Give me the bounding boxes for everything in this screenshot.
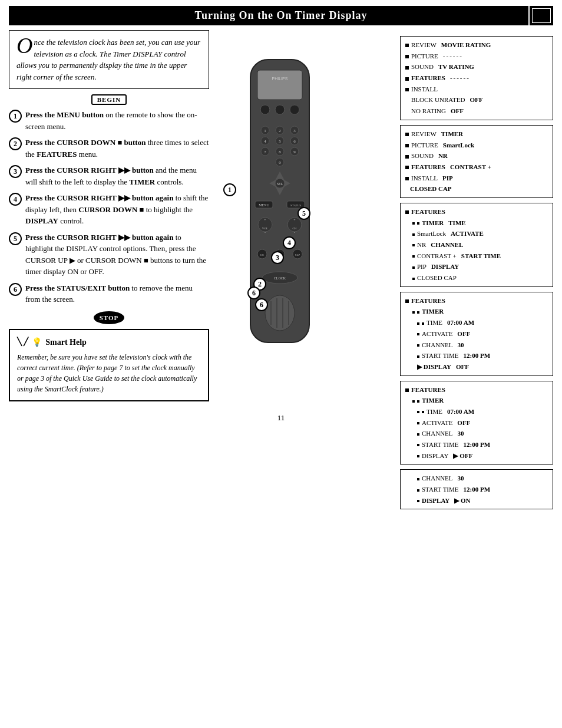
svg-text:8: 8 [279, 150, 281, 154]
step-2-num: 2 [9, 137, 22, 150]
svg-point-52 [265, 295, 295, 331]
svg-text:0: 0 [279, 160, 281, 165]
page-header: Turning On the On Timer Display [9, 6, 553, 25]
menu1-row6: BLOCK UNRATED OFF [405, 94, 548, 106]
menu2-val4: CONTRAST + [450, 162, 491, 173]
menu2-val2: SmartLock [443, 140, 474, 151]
step-2-text: Press the CURSOR DOWN ■ button three tim… [25, 137, 209, 160]
menu1-row7: NO RATING OFF [405, 106, 548, 117]
step-5-num: 5 [9, 232, 22, 245]
remote-step-6b: 6 [255, 298, 268, 311]
menu6-row3: DISPLAY ▶ ON [405, 495, 548, 506]
menu6-v1: 30 [458, 473, 464, 484]
main-layout: O nce the television clock has been set,… [9, 25, 553, 401]
menu1-row4: FEATURES ------ [405, 73, 548, 84]
menu6-b3: DISPLAY [417, 495, 449, 506]
menu5-row3: CHANNEL 30 [405, 428, 548, 439]
step-4-num: 4 [9, 193, 22, 206]
menu1-col1-6: BLOCK UNRATED [405, 94, 465, 106]
menu1-val2: ------ [443, 51, 463, 62]
remote-step-3: 3 [271, 251, 284, 264]
step-1: 1 Press the MENU button on the remote to… [9, 109, 209, 132]
svg-text:-: - [265, 230, 266, 234]
menu4-v2: OFF [457, 328, 470, 340]
menu5-header: FEATURES [405, 384, 548, 396]
steps-list: 1 Press the MENU button on the remote to… [9, 109, 209, 305]
menu2-val6: CLOSED CAP [410, 183, 452, 195]
page-title: Turning On the On Timer Display [195, 9, 368, 21]
svg-text:CLOCK: CLOCK [274, 276, 286, 280]
menu3-v2: ACTIVATE [451, 228, 484, 239]
menu1-row5: INSTALL [405, 84, 548, 95]
remote-step-4: 4 [283, 236, 296, 249]
bulb-icon: 💡 [32, 336, 42, 348]
right-column: 1 2 3 4 5 6 6 PHILIPS [215, 25, 553, 401]
menu3-row4: CONTRAST + START TIME [405, 251, 548, 262]
menu4-b3: CHANNEL [417, 340, 453, 351]
menu1-val7: OFF [451, 106, 464, 117]
page-wrapper: Turning On the On Timer Display O nce th… [0, 6, 562, 429]
step-5: 5 Press the CURSOR RIGHT ▶▶ button again… [9, 232, 209, 278]
menu-screen-2: REVIEW TIMER PICTURE SmartLock SOUND NR [400, 125, 553, 198]
menu4-row1: TIME 07:00 AM [405, 317, 548, 328]
menu5-subheader: TIMER [405, 395, 548, 406]
stop-label: STOP [94, 311, 125, 324]
menu5-b3: CHANNEL [417, 428, 453, 439]
menu2-val3: NR [438, 150, 448, 162]
menu2-bullet4: FEATURES [405, 162, 445, 173]
menu5-row5: DISPLAY ▶ OFF [405, 450, 548, 462]
svg-text:-: - [294, 230, 295, 234]
menu6-b2: START TIME [417, 484, 459, 495]
menu2-row6: CLOSED CAP [405, 183, 548, 195]
menu4-row4: START TIME 12:00 PM [405, 350, 548, 361]
menu5-b2: ACTIVATE [417, 417, 452, 429]
menu4-header: FEATURES [405, 295, 548, 307]
menu2-bullet2: PICTURE [405, 140, 438, 151]
menu4-v1: 07:00 AM [447, 317, 474, 328]
menu3-b1: TIMER [412, 218, 444, 229]
menu1-bullet3: SOUND [405, 61, 434, 73]
svg-text:7: 7 [264, 150, 266, 154]
menu2-row3: SOUND NR [405, 150, 548, 162]
smart-help-label: Smart Help [45, 336, 87, 348]
svg-text:PHILIPS: PHILIPS [272, 77, 288, 81]
menu2-bullet3: SOUND [405, 150, 434, 162]
menu3-row5: PIP DISPLAY [405, 261, 548, 272]
menu4-b5: ▶ DISPLAY [417, 361, 451, 373]
menu2-bullet5: INSTALL [405, 173, 438, 184]
menu5-v2: OFF [457, 417, 470, 429]
step-1-text: Press the MENU button on the remote to s… [25, 109, 209, 132]
step-6-num: 6 [9, 283, 22, 296]
menu3-b4: CONTRAST + [412, 251, 457, 262]
menu4-subheader: TIMER [405, 306, 548, 317]
menu3-row1: TIMER TIME [405, 218, 548, 229]
menu3-row3: NR CHANNEL [405, 239, 548, 251]
menu3-b5: PIP [412, 261, 427, 272]
menu4-v5: OFF [456, 361, 469, 373]
menu3-row6: CLOSED CAP [405, 272, 548, 284]
intro-box: O nce the television clock has been set,… [9, 30, 209, 89]
svg-text:VOL: VOL [262, 227, 268, 230]
menu6-b1: CHANNEL [417, 473, 453, 484]
menu4-v3: 30 [458, 340, 464, 351]
menu6-row1: CHANNEL 30 [405, 473, 548, 484]
corner-marks: ╲ ╱ [17, 336, 28, 348]
menu3-b6: CLOSED CAP [412, 272, 457, 284]
step-1-num: 1 [9, 110, 22, 123]
step-4-text: Press the CURSOR RIGHT ▶▶ button again t… [25, 192, 209, 227]
menu1-row2: PICTURE ------ [405, 51, 548, 62]
menu2-val5: PIP [442, 173, 453, 184]
page-number-value: 11 [277, 413, 285, 422]
remote-step-5: 5 [297, 207, 310, 220]
menu1-bullet1: REVIEW [405, 39, 437, 51]
svg-rect-1 [257, 70, 302, 100]
svg-text:CC: CC [260, 253, 265, 256]
menu-screen-3: FEATURES TIMER TIME SmartLock ACTIVATE N… [400, 203, 553, 287]
menus-stack: REVIEW MOVIE RATING PICTURE ------ SOUND… [400, 36, 553, 509]
menu3-v5: DISPLAY [431, 261, 459, 272]
menu1-col1-7: NO RATING [405, 106, 446, 117]
smart-help-title: ╲ ╱ 💡 Smart Help [17, 336, 201, 348]
menu1-bullet4: FEATURES [405, 73, 445, 84]
menu4-b2: ACTIVATE [417, 328, 452, 340]
menu-screen-5: FEATURES TIMER TIME 07:00 AM ACTIVATE OF… [400, 381, 553, 465]
